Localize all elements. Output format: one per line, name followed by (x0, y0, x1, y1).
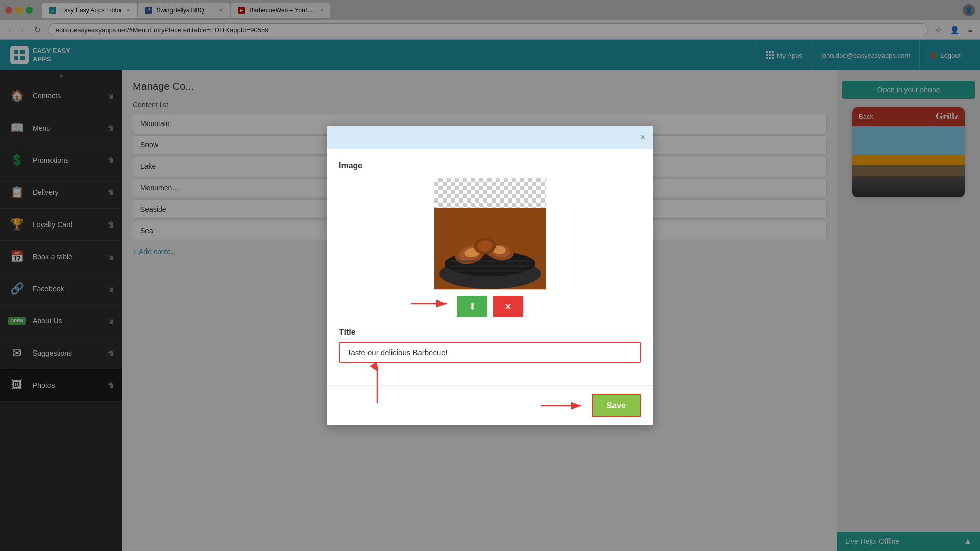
app-body: EASY EASY APPS My Apps john.doe@easyeasy… (0, 40, 980, 551)
title-section: Title (339, 328, 641, 363)
save-button[interactable]: Save (592, 394, 641, 417)
modal-dialog: × Image (327, 126, 653, 425)
image-preview-photo (434, 208, 546, 289)
image-remove-button[interactable]: ✕ (493, 296, 523, 317)
modal-body: Image (327, 149, 653, 385)
modal-close-button[interactable]: × (640, 132, 645, 143)
remove-icon: ✕ (504, 302, 512, 312)
image-preview-box (434, 178, 546, 290)
modal-overlay: × Image (0, 0, 980, 551)
image-area: ⬇ ✕ (339, 178, 641, 317)
image-buttons: ⬇ ✕ (457, 296, 523, 317)
upload-icon: ⬇ (469, 302, 476, 312)
image-section-title: Image (339, 161, 641, 170)
image-upload-button[interactable]: ⬇ (457, 296, 487, 317)
modal-header: × (327, 126, 653, 149)
title-label: Title (339, 328, 641, 337)
title-input[interactable] (339, 342, 641, 363)
